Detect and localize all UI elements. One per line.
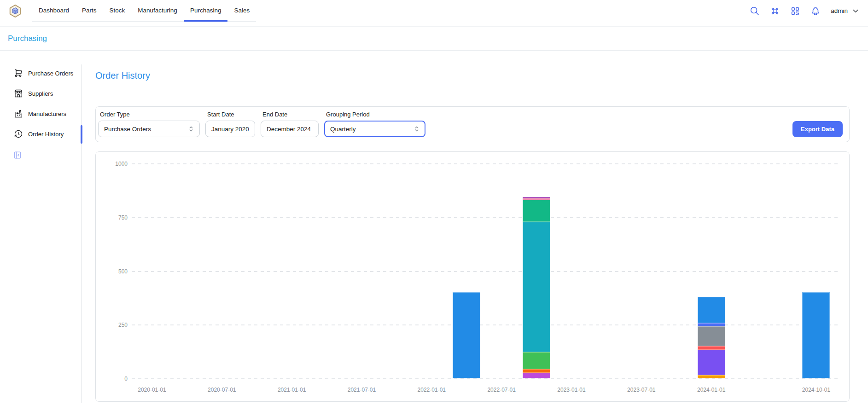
bar-segment: [523, 369, 550, 373]
export-data-button[interactable]: Export Data: [792, 121, 843, 137]
sidebar-item-order-history[interactable]: Order History: [0, 125, 82, 143]
end-date-label: End Date: [262, 111, 319, 118]
bar-2024-01-01[interactable]: [698, 297, 725, 378]
tab-sales[interactable]: Sales: [227, 0, 256, 22]
breadcrumb-bar: Purchasing: [0, 26, 868, 51]
bar-segment: [698, 375, 725, 378]
y-axis-tick-label: 0: [124, 376, 128, 382]
history-icon: [14, 129, 23, 139]
navbar-actions: admin: [750, 0, 860, 22]
start-date-group: Start Date January 2020: [205, 111, 255, 137]
end-date-group: End Date December 2024: [261, 111, 319, 137]
sidebar: Purchase OrdersSuppliersManufacturersOrd…: [0, 51, 82, 412]
x-axis-tick-label: 2023-07-01: [627, 387, 655, 393]
tab-dashboard[interactable]: Dashboard: [32, 0, 76, 22]
main-nav-tabs: DashboardPartsStockManufacturingPurchasi…: [32, 0, 256, 22]
top-navbar: DashboardPartsStockManufacturingPurchasi…: [0, 0, 868, 22]
gridline-y-500: [132, 271, 839, 272]
sidebar-item-label: Purchase Orders: [28, 70, 73, 77]
bar-segment: [698, 350, 725, 376]
inventree-logo-icon: [8, 4, 22, 18]
selector-chevrons-icon: [413, 125, 420, 133]
building-store-icon: [14, 89, 23, 98]
filter-card: Order Type Purchase Orders Start Date Ja…: [95, 106, 850, 142]
bar-segment: [523, 200, 550, 222]
order-type-value: Purchase Orders: [104, 126, 151, 133]
main-panel: Order History Order Type Purchase Orders…: [82, 51, 868, 412]
sidebar-active-indicator: [81, 125, 82, 144]
search-icon[interactable]: [750, 6, 760, 16]
x-axis-tick-label: 2021-07-01: [348, 387, 376, 393]
breadcrumb[interactable]: Purchasing: [8, 34, 47, 43]
gridline-y-0: [132, 378, 839, 379]
bar-segment: [698, 326, 725, 347]
x-axis-tick-label: 2024-01-01: [697, 387, 725, 393]
x-axis-tick-label: 2022-07-01: [487, 387, 515, 393]
start-date-label: Start Date: [207, 111, 255, 118]
app-logo[interactable]: [8, 0, 22, 22]
x-axis-tick-label: 2022-01-01: [418, 387, 446, 393]
tab-manufacturing[interactable]: Manufacturing: [131, 0, 184, 22]
bar-segment: [523, 352, 550, 369]
username-label: admin: [831, 7, 848, 14]
selector-chevrons-icon: [187, 125, 195, 133]
bar-segment: [802, 292, 830, 378]
grouping-period-select[interactable]: Quarterly: [324, 121, 425, 137]
shopping-cart-icon: [14, 69, 23, 78]
order-history-chart-card: 025050075010002020-01-012020-07-012021-0…: [95, 151, 850, 402]
bar-segment: [453, 292, 480, 378]
title-divider: [95, 96, 850, 96]
page-title: Order History: [95, 69, 850, 82]
qrcode-scan-icon[interactable]: [790, 6, 800, 16]
y-axis-tick-label: 750: [118, 214, 128, 221]
bar-2022-10-01[interactable]: [523, 197, 550, 378]
tab-parts[interactable]: Parts: [76, 0, 103, 22]
y-axis-tick-label: 1000: [115, 161, 128, 167]
sidebar-item-purchase-orders[interactable]: Purchase Orders: [0, 64, 82, 82]
end-date-input[interactable]: December 2024: [261, 121, 319, 137]
building-factory-icon: [14, 109, 23, 118]
bar-segment: [698, 297, 725, 324]
sidebar-item-label: Manufacturers: [28, 110, 66, 117]
sidebar-item-label: Suppliers: [28, 90, 53, 97]
tab-purchasing[interactable]: Purchasing: [184, 0, 228, 22]
sidebar-nav: Purchase OrdersSuppliersManufacturersOrd…: [0, 64, 82, 143]
sidebar-divider: [82, 64, 82, 403]
bar-segment: [698, 346, 725, 349]
content-area: Purchase OrdersSuppliersManufacturersOrd…: [0, 51, 868, 412]
grouping-period-group: Grouping Period Quarterly: [324, 111, 425, 137]
order-type-group: Order Type Purchase Orders: [98, 111, 200, 137]
start-date-value: January 2020: [211, 126, 249, 133]
x-axis-tick-label: 2023-01-01: [557, 387, 585, 393]
x-axis-tick-label: 2024-10-01: [802, 387, 830, 393]
grouping-period-label: Grouping Period: [326, 111, 425, 118]
y-axis-tick-label: 500: [118, 268, 128, 275]
start-date-input[interactable]: January 2020: [205, 121, 255, 137]
y-axis-tick-label: 250: [118, 322, 128, 328]
tab-stock[interactable]: Stock: [103, 0, 132, 22]
end-date-value: December 2024: [267, 126, 311, 133]
sidebar-item-suppliers[interactable]: Suppliers: [0, 84, 82, 103]
order-type-label: Order Type: [100, 111, 200, 118]
user-menu[interactable]: admin: [831, 7, 860, 15]
bar-segment: [523, 222, 550, 352]
bar-2022-04-01[interactable]: [453, 292, 480, 378]
x-axis-tick-label: 2021-01-01: [278, 387, 306, 393]
command-icon[interactable]: [770, 6, 780, 16]
bell-icon[interactable]: [810, 6, 821, 16]
bar-segment: [523, 373, 550, 378]
bar-2024-10-01[interactable]: [802, 292, 830, 378]
gridline-y-1000: [132, 163, 839, 164]
x-axis-tick-label: 2020-07-01: [208, 387, 236, 393]
grouping-period-value: Quarterly: [330, 126, 356, 133]
chevron-down-icon: [851, 7, 860, 15]
gridline-y-750: [132, 217, 839, 218]
x-axis-tick-label: 2020-01-01: [138, 387, 166, 393]
sidebar-item-manufacturers[interactable]: Manufacturers: [0, 104, 82, 123]
chart-plot: 025050075010002020-01-012020-07-012021-0…: [132, 164, 839, 379]
collapse-sidebar-icon[interactable]: [13, 151, 22, 160]
sidebar-item-label: Order History: [28, 131, 64, 138]
order-type-select[interactable]: Purchase Orders: [98, 121, 200, 137]
gridline-y-250: [132, 324, 839, 325]
